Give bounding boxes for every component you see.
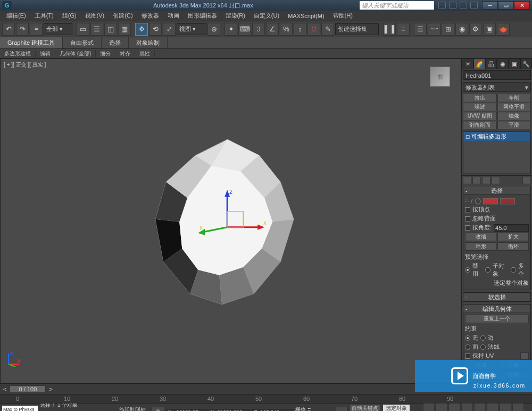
edit-named-sel-button[interactable]: ✎ [321,23,334,36]
maximize-button[interactable]: ▭ [498,1,514,10]
quick-mirror[interactable]: 镜像 [497,112,531,120]
menu-maxscript[interactable]: MAXScript(M) [284,13,328,19]
select-button[interactable]: ▭ [77,23,89,36]
radio-c-edge[interactable] [480,335,486,341]
radio-c-face[interactable] [465,344,470,350]
infocenter-icon[interactable] [438,2,446,9]
selection-filter-drop[interactable]: 全部 ▾ [44,23,72,35]
menu-animation[interactable]: 动画 [163,12,184,20]
material-editor-button[interactable]: ◉ [455,23,468,36]
coord-z[interactable]: Z: 165.342m [252,409,293,412]
curve-editor-button[interactable]: 〰 [428,23,440,36]
subobj-vertex-icon[interactable]: ∴ [465,198,469,204]
ribbon-panel-align[interactable]: 对齐 [115,50,135,57]
render-frame-button[interactable]: ▣ [483,23,496,36]
radio-preview-sub[interactable] [485,267,490,273]
minimize-button[interactable]: ─ [482,1,498,10]
snap-button[interactable]: 3 [252,23,265,36]
maxscript-listener[interactable]: Max to Physxs ( [2,406,38,412]
select-name-button[interactable]: ☰ [90,23,103,36]
chk-byvertex[interactable] [465,207,470,212]
scale-button[interactable]: ⤢ [163,23,176,36]
btn-grow[interactable]: 扩大 [497,233,529,241]
timeslider-prev-icon[interactable]: < [3,386,6,392]
magnet-icon[interactable]: Ω [307,23,320,36]
mirror-button[interactable]: ▌▐ [383,23,396,36]
manip-button[interactable]: ✦ [225,23,237,36]
link-button[interactable]: ⚭ [30,23,43,36]
chk-byangle[interactable] [465,225,470,231]
add-time-tag[interactable]: 添加时间标记 [119,406,150,412]
menu-edit[interactable]: 编辑(E) [2,12,30,20]
btn-repeat-last[interactable]: 重复上一个 [465,315,529,323]
subobj-element-icon[interactable] [500,198,515,204]
coord-x[interactable]: X: -26922.07 [167,409,207,412]
menu-grapheditors[interactable]: 图形编辑器 [184,12,221,20]
schematic-button[interactable]: ⊞ [442,23,454,36]
configure-icon[interactable] [522,177,531,184]
coord-y[interactable]: Y: 20651.983 [210,409,251,412]
radio-c-none[interactable] [465,335,470,341]
modifier-list-drop[interactable]: 修改器列表▾ [463,82,531,92]
align-button[interactable]: ≡ [397,23,410,36]
menu-help[interactable]: 帮助(H) [329,12,357,20]
timeslider-next-icon[interactable]: > [49,386,52,392]
quick-smooth[interactable]: 平滑 [497,121,531,129]
ribbon-panel-geom[interactable]: 几何体 (全部) [55,50,96,57]
viewport[interactable]: [ + ][ 正交 ][ 真实 ] 前 z [0,59,461,383]
object-name-field[interactable]: Hedra001 [463,70,531,80]
spinner-snap-button[interactable]: ↕ [294,23,306,36]
window-crossing-button[interactable]: ▦ [118,23,131,36]
tab-modify[interactable]: 🌈 [473,59,485,69]
ribbon-panel-polymodel[interactable]: 多边形建模 [0,50,36,57]
preserve-uv-settings-icon[interactable] [520,352,529,360]
show-end-icon[interactable] [472,177,481,184]
ref-coord-drop[interactable]: 视图 ▾ [177,23,206,35]
btn-ring[interactable]: 环形 [465,242,496,251]
rollout-editgeom-header[interactable]: 编辑几何体 [463,305,530,313]
tab-display[interactable]: ▣ [509,59,520,69]
quick-uvw[interactable]: UVW 贴图 [463,112,497,120]
pin-stack-icon[interactable] [463,177,471,184]
viewport-label[interactable]: [ + ][ 正交 ][ 真实 ] [4,61,46,69]
ribbon-panel-edit[interactable]: 编辑 [36,50,55,57]
keymode-button[interactable]: ⌨ [238,23,251,36]
time-slider-thumb[interactable]: 0 / 100 [10,385,46,393]
rotate-button[interactable]: ⟲ [149,23,162,36]
quick-extrude[interactable]: 挤出 [463,94,497,102]
help-icon[interactable] [470,2,478,9]
comm-icon[interactable] [460,2,467,9]
btn-loop[interactable]: 循环 [497,242,529,251]
subobj-edge-icon[interactable]: / [471,198,472,204]
menu-modifiers[interactable]: 修改器 [137,12,163,20]
ribbon-panel-subdiv[interactable]: 细分 [96,50,115,57]
quick-noise[interactable]: 噪波 [463,103,497,111]
remove-mod-icon[interactable] [492,177,500,184]
scene-object[interactable]: z x y [137,134,318,315]
rollout-softsel-header[interactable]: 软选择 [463,293,530,301]
render-setup-button[interactable]: ⚙ [469,23,482,36]
autokey-button[interactable]: 自动关键点 [350,404,380,411]
subobj-border-icon[interactable]: ◯ [475,198,481,204]
key-icon[interactable]: 🗝 [335,407,347,412]
radio-preview-off[interactable] [465,267,470,273]
menu-create[interactable]: 创建(C) [109,12,137,20]
render-button[interactable]: 🫖 [497,23,510,36]
ribbon-tab-graphite[interactable]: Graphite 建模工具 [0,37,63,48]
ribbon-tab-freeform[interactable]: 自由形式 [63,37,102,48]
radio-c-normal[interactable] [480,344,486,350]
unique-icon[interactable] [482,177,491,184]
quick-meshsmooth[interactable]: 网格平滑 [497,103,531,111]
star-icon[interactable] [449,2,456,9]
undo-button[interactable]: ↶ [2,23,15,36]
tab-hierarchy[interactable]: 品 [485,59,497,69]
help-search-input[interactable]: 键入关键字或短语 [360,1,434,10]
tab-create[interactable]: ✳ [462,59,473,69]
stack-item-editpoly[interactable]: ◻ 可编辑多边形 [463,132,530,141]
quick-bevel[interactable]: 剖角剖面 [463,121,497,129]
menu-rendering[interactable]: 渲染(R) [221,12,250,20]
track-bar[interactable]: 0 10 20 30 40 50 60 70 80 90 [0,394,532,404]
named-selection-drop[interactable]: 创建选择集 [335,23,379,35]
chk-preserve-uv[interactable] [465,354,470,359]
rollout-selection-header[interactable]: 选择 [463,186,530,195]
